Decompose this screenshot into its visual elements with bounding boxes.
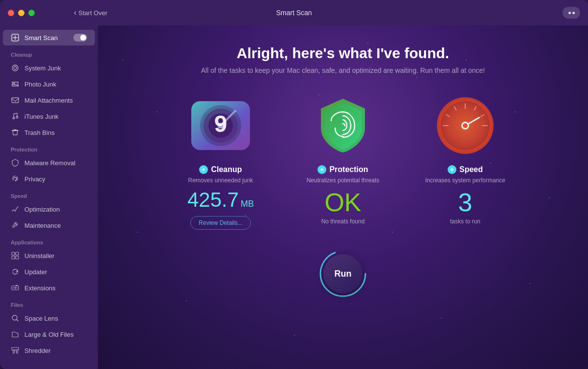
privacy-icon bbox=[11, 174, 20, 183]
start-over-button[interactable]: ‹ Start Over bbox=[74, 8, 108, 17]
app-title: Smart Scan bbox=[276, 9, 312, 17]
minimize-button[interactable] bbox=[18, 10, 24, 16]
protection-value: OK bbox=[324, 190, 361, 215]
uninstaller-icon bbox=[11, 251, 20, 260]
smart-scan-toggle[interactable] bbox=[73, 34, 87, 42]
protection-section-label: Protection bbox=[0, 141, 98, 154]
protection-icon-wrap bbox=[311, 94, 375, 157]
sidebar-item-optimization[interactable]: Optimization bbox=[3, 201, 95, 217]
content-title: Alright, here's what I've found. bbox=[201, 45, 485, 62]
sidebar-item-label: Mail Attachments bbox=[24, 97, 73, 104]
sidebar-item-label: Updater bbox=[24, 268, 47, 276]
sidebar-item-label: iTunes Junk bbox=[24, 113, 59, 120]
speed-card: Speed Increases system performance 3 tas… bbox=[416, 94, 514, 225]
photo-junk-icon bbox=[11, 80, 20, 88]
cleanup-card-desc: Removes unneeded junk bbox=[188, 177, 253, 184]
cleanup-card: 9 Cleanup Removes unneeded junk 425.7 MB bbox=[172, 94, 270, 230]
malware-icon bbox=[11, 158, 20, 167]
sidebar-item-system-junk[interactable]: System Junk bbox=[3, 60, 95, 76]
sidebar-item-mail-attachments[interactable]: Mail Attachments bbox=[3, 92, 95, 108]
maximize-button[interactable] bbox=[28, 10, 35, 16]
cleanup-value: 425.7 bbox=[187, 190, 239, 210]
sidebar-item-smart-scan[interactable]: Smart Scan bbox=[3, 30, 95, 45]
main-layout: Smart Scan Cleanup System Junk bbox=[0, 25, 588, 369]
files-section-label: Files bbox=[0, 296, 98, 310]
sidebar-item-updater[interactable]: Updater bbox=[3, 264, 95, 280]
smart-scan-icon bbox=[11, 33, 20, 42]
shredder-icon bbox=[11, 346, 20, 355]
applications-section-label: Applications bbox=[0, 234, 98, 247]
content-subtitle: All of the tasks to keep your Mac clean,… bbox=[201, 66, 485, 74]
sidebar-item-label: Uninstaller bbox=[24, 252, 54, 260]
dot-icon bbox=[568, 12, 571, 14]
cleanup-unit: MB bbox=[241, 199, 254, 209]
extensions-icon bbox=[11, 283, 20, 292]
sidebar-item-label: System Junk bbox=[24, 65, 61, 72]
traffic-lights bbox=[8, 10, 35, 16]
svg-rect-9 bbox=[12, 256, 15, 259]
sidebar-item-label: Shredder bbox=[24, 347, 50, 354]
speed-icon-wrap bbox=[433, 94, 497, 157]
speed-sub: tasks to run bbox=[450, 218, 480, 225]
dot-icon bbox=[572, 12, 575, 14]
sidebar-item-shredder[interactable]: Shredder bbox=[3, 343, 95, 358]
large-files-icon bbox=[11, 330, 20, 339]
space-lens-icon bbox=[11, 314, 20, 323]
titlebar: ‹ Start Over Smart Scan bbox=[0, 0, 588, 25]
menu-button[interactable] bbox=[563, 7, 580, 19]
svg-rect-10 bbox=[16, 256, 19, 259]
sidebar-item-photo-junk[interactable]: Photo Junk bbox=[3, 76, 95, 92]
speed-icon bbox=[433, 94, 497, 157]
sidebar-item-large-old-files[interactable]: Large & Old Files bbox=[3, 326, 95, 342]
trash-icon bbox=[11, 128, 20, 137]
cleanup-icon: 9 bbox=[189, 94, 252, 157]
sidebar: Smart Scan Cleanup System Junk bbox=[0, 25, 98, 369]
sidebar-item-maintenance[interactable]: Maintenance bbox=[3, 217, 95, 233]
sidebar-item-label: Space Lens bbox=[24, 315, 58, 322]
close-button[interactable] bbox=[8, 10, 14, 16]
sidebar-item-label: Photo Junk bbox=[24, 81, 56, 88]
sidebar-item-label: Trash Bins bbox=[24, 129, 55, 136]
cards-row: 9 Cleanup Removes unneeded junk 425.7 MB bbox=[172, 94, 514, 230]
mail-icon bbox=[11, 96, 20, 105]
nav-back-label: Start Over bbox=[78, 9, 107, 17]
protection-status-icon bbox=[317, 165, 326, 174]
protection-card-desc: Neutralizes potential threats bbox=[307, 177, 380, 184]
sidebar-item-space-lens[interactable]: Space Lens bbox=[3, 310, 95, 326]
itunes-icon bbox=[11, 112, 20, 121]
protection-card: Protection Neutralizes potential threats… bbox=[294, 94, 392, 225]
sidebar-item-label: Extensions bbox=[24, 284, 56, 292]
app-window: ‹ Start Over Smart Scan Smart Sca bbox=[0, 0, 588, 369]
protection-card-title: Protection bbox=[329, 165, 368, 174]
sidebar-item-uninstaller[interactable]: Uninstaller bbox=[3, 248, 95, 263]
speed-card-title: Speed bbox=[459, 165, 483, 174]
sidebar-item-itunes-junk[interactable]: iTunes Junk bbox=[3, 109, 95, 124]
sidebar-item-malware-removal[interactable]: Malware Removal bbox=[3, 155, 95, 171]
sidebar-item-label: Malware Removal bbox=[24, 159, 75, 167]
speed-card-desc: Increases system performance bbox=[425, 177, 505, 184]
sidebar-item-extensions[interactable]: Extensions bbox=[3, 280, 95, 296]
run-button[interactable]: Run bbox=[323, 254, 362, 293]
system-junk-icon bbox=[11, 64, 20, 72]
cleanup-icon-wrap: 9 bbox=[189, 94, 252, 157]
speed-title-row: Speed bbox=[448, 165, 483, 174]
sidebar-item-label: Large & Old Files bbox=[24, 331, 73, 338]
optimization-icon bbox=[11, 205, 20, 214]
svg-rect-8 bbox=[16, 252, 19, 255]
speed-value: 3 bbox=[458, 190, 473, 215]
review-details-button[interactable]: Review Details... bbox=[190, 216, 250, 230]
sidebar-item-trash-bins[interactable]: Trash Bins bbox=[3, 125, 95, 140]
run-button-wrap: Run bbox=[323, 254, 362, 293]
svg-rect-4 bbox=[12, 98, 19, 103]
sidebar-item-privacy[interactable]: Privacy bbox=[3, 171, 95, 187]
content-header: Alright, here's what I've found. All of … bbox=[201, 45, 485, 74]
svg-point-32 bbox=[463, 123, 468, 128]
maintenance-icon bbox=[11, 221, 20, 230]
speed-section-label: Speed bbox=[0, 187, 98, 201]
chevron-left-icon: ‹ bbox=[74, 8, 76, 17]
svg-rect-13 bbox=[12, 347, 19, 350]
sidebar-item-label: Privacy bbox=[24, 175, 45, 183]
svg-point-2 bbox=[14, 66, 17, 69]
cleanup-section-label: Cleanup bbox=[0, 46, 98, 60]
svg-text:9: 9 bbox=[214, 111, 227, 137]
